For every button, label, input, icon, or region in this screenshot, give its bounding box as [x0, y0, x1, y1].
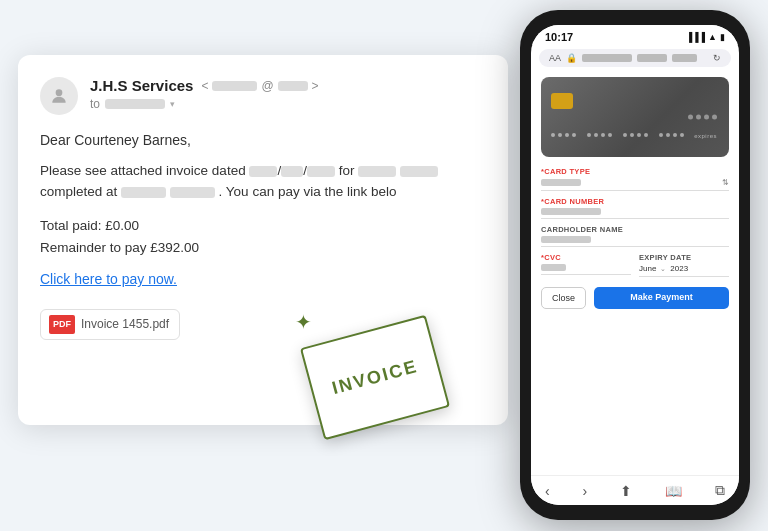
lock-icon: 🔒: [566, 53, 577, 63]
make-payment-button[interactable]: Make Payment: [594, 287, 729, 309]
sender-name: J.H.S Services: [90, 77, 193, 94]
cardholder-input[interactable]: [541, 236, 729, 247]
svg-point-0: [56, 89, 63, 96]
expiry-field: EXPIRY DATE June ⌄ 2023: [639, 253, 729, 277]
email-body-text: Please see attached invoice dated // for…: [40, 161, 480, 203]
email-header: J.H.S Services < @ > to ▾: [40, 77, 480, 115]
battery-icon: ▮: [720, 32, 725, 42]
url-blur-2: [637, 54, 667, 62]
browser-bottom-nav: ‹ › ⬆ 📖 ⧉: [531, 475, 739, 505]
cardholder-value: [541, 236, 591, 243]
card-number-dots: [551, 133, 684, 137]
card-dots: [688, 115, 717, 120]
url-bar[interactable]: AA 🔒 ↻: [539, 49, 731, 67]
total-paid: Total paid: £0.00 Remainder to pay £392.…: [40, 215, 480, 258]
sender-email: < @ >: [201, 79, 318, 93]
credit-card-visual: expires: [541, 77, 729, 157]
expiry-year: 2023: [670, 264, 688, 273]
cvc-input[interactable]: [541, 264, 631, 275]
email-greeting: Dear Courteney Barnes,: [40, 129, 480, 151]
status-bar: 10:17 ▐▐▐ ▲ ▮: [531, 25, 739, 45]
card-type-input[interactable]: ⇅: [541, 178, 729, 191]
phone-inner: 10:17 ▐▐▐ ▲ ▮ AA 🔒: [523, 13, 747, 517]
card-type-label: *CARD TYPE: [541, 167, 729, 176]
avatar: [40, 77, 78, 115]
close-button[interactable]: Close: [541, 287, 586, 309]
forward-icon[interactable]: ›: [583, 483, 588, 499]
phone-wrapper: 10:17 ▐▐▐ ▲ ▮ AA 🔒: [520, 10, 750, 520]
phone-content: expires *CARD TYPE ⇅: [531, 71, 739, 475]
pay-link[interactable]: Click here to pay now.: [40, 268, 480, 291]
url-blur-1: [582, 54, 632, 62]
phone-screen: 10:17 ▐▐▐ ▲ ▮ AA 🔒: [531, 25, 739, 505]
payment-form: *CARD TYPE ⇅ *CARD NUMBER: [541, 167, 729, 309]
email-meta: J.H.S Services < @ > to ▾: [90, 77, 480, 111]
url-left: AA 🔒: [549, 53, 697, 63]
email-body: Dear Courteney Barnes, Please see attach…: [40, 129, 480, 340]
back-icon[interactable]: ‹: [545, 483, 550, 499]
signal-icon: ▐▐▐: [686, 32, 705, 42]
phone-time: 10:17: [545, 31, 573, 43]
chevron-down-icon: ▾: [170, 99, 175, 109]
cvc-value: [541, 264, 566, 271]
cardholder-label: CARDHOLDER NAME: [541, 225, 729, 234]
expiry-input[interactable]: June ⌄ 2023: [639, 264, 729, 277]
invoice-label: INVOICE: [330, 356, 420, 399]
action-buttons: Close Make Payment: [541, 287, 729, 309]
expiry-month-arrow[interactable]: ⌄: [660, 265, 666, 273]
share-icon[interactable]: ⬆: [620, 483, 632, 499]
pdf-icon: PDF: [49, 315, 75, 333]
to-line: to ▾: [90, 97, 480, 111]
card-number-label: *CARD NUMBER: [541, 197, 729, 206]
card-number-value: [541, 208, 601, 215]
cvc-label: *CVC: [541, 253, 631, 262]
tabs-icon[interactable]: ⧉: [715, 482, 725, 499]
card-type-arrow[interactable]: ⇅: [722, 178, 729, 187]
card-chip: [551, 93, 573, 109]
expiry-label: EXPIRY DATE: [639, 253, 729, 262]
phone-device: 10:17 ▐▐▐ ▲ ▮ AA 🔒: [520, 10, 750, 520]
cvc-expiry-row: *CVC EXPIRY DATE June ⌄ 2023: [541, 253, 729, 277]
reload-icon[interactable]: ↻: [713, 53, 721, 63]
wifi-icon: ▲: [708, 32, 717, 42]
sender-line: J.H.S Services < @ >: [90, 77, 480, 94]
status-icons: ▐▐▐ ▲ ▮: [686, 32, 725, 42]
card-number-input[interactable]: [541, 208, 729, 219]
card-number-field: *CARD NUMBER: [541, 197, 729, 219]
cvc-field: *CVC: [541, 253, 631, 277]
card-expiry-label: expires: [694, 133, 717, 139]
user-icon: [49, 86, 69, 106]
sparkle-decoration: ✦: [295, 310, 312, 334]
url-blur-3: [672, 54, 697, 62]
card-type-field: *CARD TYPE ⇅: [541, 167, 729, 191]
card-type-value: [541, 179, 581, 186]
expiry-month: June: [639, 264, 656, 273]
bookmarks-icon[interactable]: 📖: [665, 483, 682, 499]
pdf-attachment[interactable]: PDF Invoice 1455.pdf: [40, 309, 180, 340]
aa-label[interactable]: AA: [549, 53, 561, 63]
cardholder-field: CARDHOLDER NAME: [541, 225, 729, 247]
